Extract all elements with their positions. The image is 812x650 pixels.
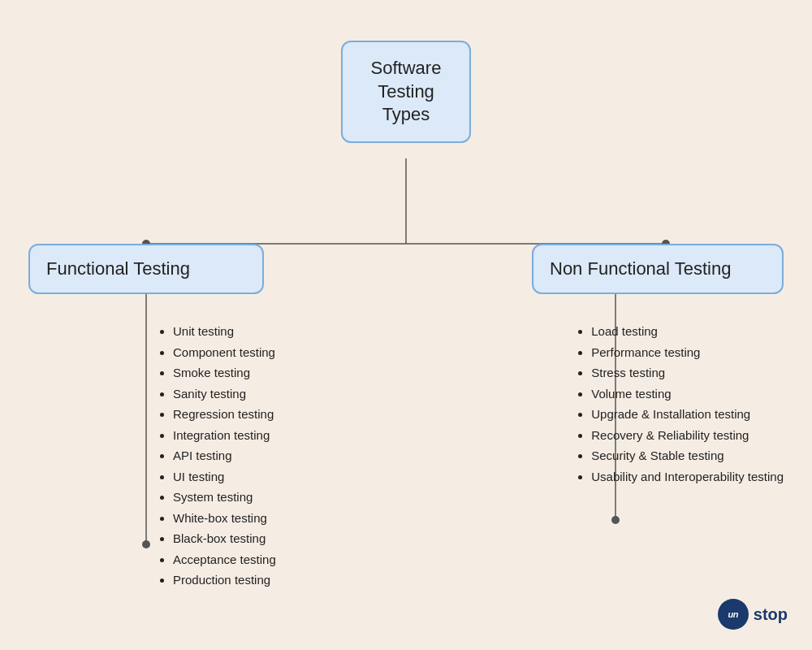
- svg-point-9: [611, 516, 620, 524]
- functional-items-list: Unit testing Component testing Smoke tes…: [158, 321, 276, 591]
- list-item: Component testing: [173, 342, 276, 363]
- unstop-text: stop: [754, 605, 788, 624]
- unstop-circle-icon: un: [718, 599, 749, 630]
- list-item: Smoke testing: [173, 362, 276, 384]
- list-item: Unit testing: [173, 321, 276, 342]
- list-item: UI testing: [173, 466, 276, 488]
- list-item: Regression testing: [173, 404, 276, 425]
- root-node: Software Testing Types: [341, 41, 471, 143]
- svg-point-7: [142, 540, 150, 548]
- root-label: Software Testing Types: [371, 58, 442, 124]
- list-item: Load testing: [591, 321, 784, 342]
- diagram-container: Software Testing Types Functional Testin…: [0, 0, 812, 650]
- list-item: Black-box testing: [173, 528, 276, 549]
- list-item: Security & Stable testing: [591, 445, 784, 466]
- nonfunctional-testing-node: Non Functional Testing: [532, 244, 784, 294]
- list-item: Recovery & Reliability testing: [591, 425, 784, 446]
- list-item: White-box testing: [173, 508, 276, 529]
- functional-testing-node: Functional Testing: [28, 244, 264, 294]
- list-item: Usability and Interoperability testing: [591, 466, 784, 488]
- list-item: Stress testing: [591, 362, 784, 384]
- list-item: Acceptance testing: [173, 549, 276, 570]
- nonfunctional-label: Non Functional Testing: [550, 258, 731, 279]
- list-item: System testing: [173, 487, 276, 508]
- functional-label: Functional Testing: [46, 258, 190, 279]
- nonfunctional-items-list: Load testing Performance testing Stress …: [577, 321, 784, 487]
- unstop-circle-text: un: [728, 609, 738, 619]
- list-item: Volume testing: [591, 384, 784, 405]
- list-item: Production testing: [173, 570, 276, 591]
- list-item: Sanity testing: [173, 384, 276, 405]
- unstop-logo: un stop: [718, 599, 788, 630]
- list-item: Upgrade & Installation testing: [591, 404, 784, 425]
- list-item: Integration testing: [173, 425, 276, 446]
- list-item: Performance testing: [591, 342, 784, 363]
- list-item: API testing: [173, 445, 276, 466]
- functional-list-container: Unit testing Component testing Smoke tes…: [158, 321, 276, 591]
- nonfunctional-list-container: Load testing Performance testing Stress …: [577, 321, 784, 487]
